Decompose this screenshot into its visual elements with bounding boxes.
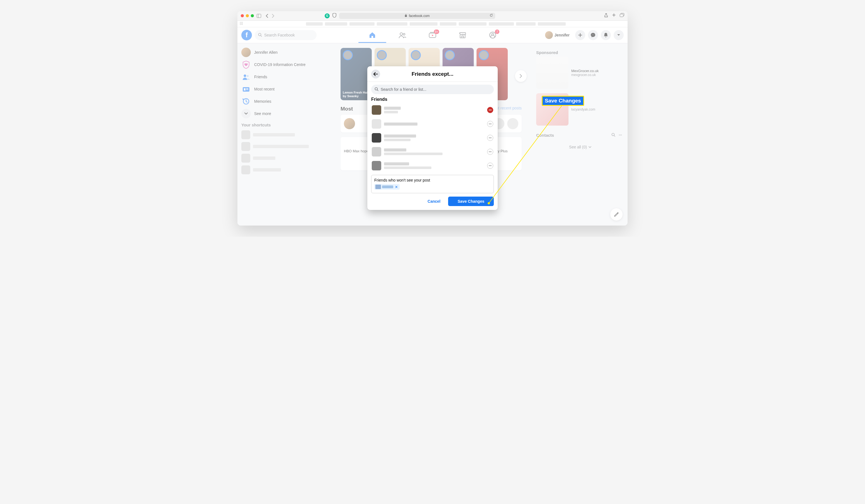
chip-remove-button[interactable]: ✕ (394, 185, 399, 189)
back-button[interactable] (266, 14, 268, 18)
browser-window: G facebook.com f (238, 11, 627, 225)
friend-row[interactable] (371, 117, 494, 131)
annotation-label: Save Changes (542, 96, 584, 106)
search-icon (374, 87, 378, 92)
excluded-friend-chip: ✕ (374, 184, 400, 190)
svg-rect-2 (405, 15, 407, 17)
close-window-button[interactable] (241, 14, 244, 17)
browser-titlebar: G facebook.com (238, 11, 627, 21)
svg-rect-33 (489, 124, 492, 124)
forward-button[interactable] (272, 14, 275, 18)
modal-title: Friends except... (412, 71, 453, 77)
modal-footer: Cancel Save Changes (367, 193, 498, 210)
minimize-window-button[interactable] (246, 14, 249, 17)
svg-rect-32 (489, 110, 492, 110)
privacy-shield-icon[interactable] (333, 13, 336, 19)
grammarly-extension-icon[interactable]: G (325, 13, 330, 19)
friend-row[interactable] (371, 145, 494, 159)
window-controls (241, 14, 254, 17)
lock-icon (405, 14, 407, 18)
exclude-friend-button[interactable] (487, 121, 493, 127)
modal-header: Friends except... (367, 66, 498, 82)
svg-rect-0 (257, 14, 261, 17)
address-bar[interactable]: facebook.com (339, 13, 495, 19)
excluded-label: Friends who won't see your post (374, 178, 491, 183)
svg-point-30 (375, 87, 378, 90)
modal-friends-label: Friends (371, 97, 494, 102)
share-icon[interactable] (604, 13, 608, 19)
new-tab-icon[interactable] (612, 13, 616, 19)
save-button[interactable]: Save Changes (448, 197, 494, 206)
exclude-friend-button[interactable] (487, 149, 493, 155)
modal-search-input[interactable]: Search for a friend or list... (371, 85, 494, 94)
cancel-button[interactable]: Cancel (422, 197, 446, 206)
chip-name (382, 186, 393, 188)
url-label: facebook.com (409, 14, 430, 18)
reload-icon[interactable] (489, 14, 493, 18)
chip-avatar (376, 185, 381, 189)
svg-rect-4 (620, 14, 623, 17)
friend-row[interactable] (371, 131, 494, 145)
excluded-friends-box: Friends who won't see your post ✕ (371, 175, 494, 193)
modal-back-button[interactable] (371, 70, 380, 79)
friends-except-modal: Friends except... Search for a friend or… (367, 66, 498, 210)
sidebar-toggle-icon[interactable] (257, 14, 261, 18)
exclude-friend-button[interactable] (487, 135, 493, 141)
remove-friend-button[interactable] (487, 107, 493, 113)
tabs-overview-icon[interactable] (620, 13, 624, 19)
maximize-window-button[interactable] (251, 14, 254, 17)
svg-rect-36 (489, 165, 492, 166)
modal-search-placeholder: Search for a friend or list... (381, 87, 426, 92)
svg-line-31 (377, 90, 378, 91)
friend-row[interactable] (371, 159, 494, 173)
friend-row[interactable] (371, 103, 494, 117)
svg-rect-35 (489, 152, 492, 152)
exclude-friend-button[interactable] (487, 163, 493, 169)
svg-rect-34 (489, 138, 492, 138)
